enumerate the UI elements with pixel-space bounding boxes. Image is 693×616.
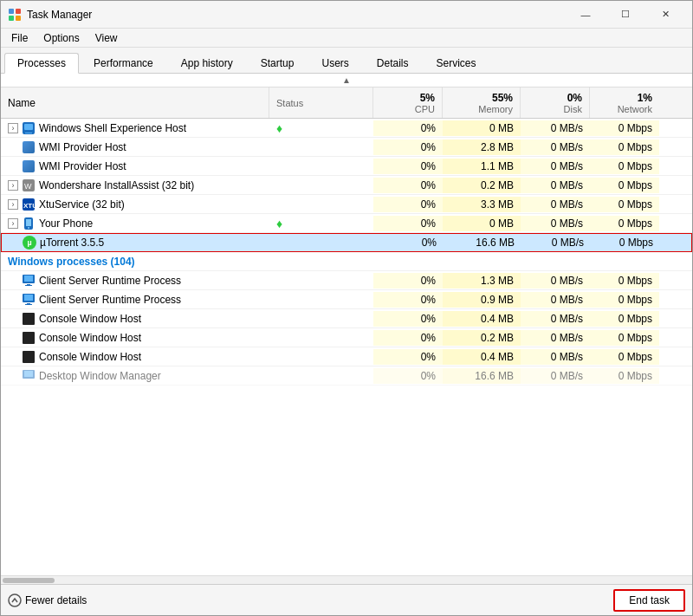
svg-rect-2 [9, 16, 14, 21]
cell-network: 0 Mbps [590, 368, 659, 384]
cell-memory: 0.2 MB [443, 330, 521, 346]
table-row[interactable]: › W Wondershare InstallAssist (32 bit) 0… [1, 176, 692, 195]
svg-text:W: W [24, 182, 32, 191]
col-header-name[interactable]: Name [1, 88, 269, 118]
close-button[interactable]: ✕ [645, 6, 685, 23]
cell-status [269, 279, 373, 282]
net-label: Network [597, 104, 652, 114]
cell-network: 0 Mbps [590, 120, 659, 136]
tab-processes[interactable]: Processes [4, 53, 79, 74]
expand-icon[interactable]: › [8, 123, 18, 133]
cell-status [269, 317, 373, 321]
cell-status: ♦ [269, 215, 373, 232]
cell-empty [521, 260, 590, 263]
xtu-icon: XTU [22, 198, 36, 211]
cell-status [269, 298, 373, 302]
chevron-up-icon [8, 593, 22, 607]
tab-performance[interactable]: Performance [81, 52, 166, 73]
cell-name: Desktop Window Manager [1, 367, 269, 385]
sort-arrow-icon: ▲ [342, 75, 351, 85]
menu-bar: File Options View [1, 29, 692, 48]
table-row[interactable]: › XTU XtuService (32 bit) 0% 3.3 MB 0 MB… [1, 195, 692, 214]
monitor-icon [22, 293, 36, 307]
table-row[interactable]: Client Server Runtime Process 0% 0.9 MB … [1, 290, 692, 309]
expand-icon[interactable]: › [8, 218, 18, 229]
minimize-button[interactable]: — [566, 6, 606, 23]
app-icon [8, 8, 22, 22]
footer: Fewer details End task [1, 584, 692, 615]
cell-disk: 0 MB/s [521, 216, 590, 231]
expand-icon[interactable]: › [8, 180, 18, 191]
col-header-cpu[interactable]: 5% CPU [373, 88, 443, 118]
table-row[interactable]: Client Server Runtime Process 0% 1.3 MB … [1, 271, 692, 290]
col-header-disk[interactable]: 0% Disk [521, 88, 590, 118]
cell-memory: 1.1 MB [443, 159, 521, 174]
tab-details[interactable]: Details [364, 52, 422, 73]
svg-text:XTU: XTU [23, 202, 35, 210]
cell-network: 0 Mbps [590, 330, 659, 346]
col-header-status[interactable]: Status [269, 88, 373, 118]
col-header-network[interactable]: 1% Network [590, 88, 659, 118]
maximize-button[interactable]: ☐ [606, 6, 645, 23]
svg-rect-20 [24, 295, 33, 301]
table-row[interactable]: Console Window Host 0% 0.4 MB 0 MB/s 0 M… [1, 347, 692, 366]
cell-status [269, 165, 373, 168]
svg-point-25 [9, 594, 21, 606]
horizontal-scrollbar[interactable] [1, 575, 692, 584]
svg-rect-22 [25, 304, 32, 305]
tab-startup[interactable]: Startup [248, 52, 308, 73]
cell-cpu: 0% [373, 178, 443, 193]
table-body: › Windows Shell Experience Host ♦ 0% 0 M… [1, 119, 692, 575]
table-row-selected[interactable]: µ µTorrent 3.5.5 0% 16.6 MB 0 MB/s 0 Mbp… [1, 233, 692, 252]
column-headers: Name Status 5% CPU 55% Memory 0% Disk 1%… [1, 88, 692, 119]
table-row[interactable]: Console Window Host 0% 0.2 MB 0 MB/s 0 M… [1, 328, 692, 347]
cell-disk: 0 MB/s [521, 178, 590, 193]
col-header-memory[interactable]: 55% Memory [443, 88, 521, 118]
menu-options[interactable]: Options [36, 30, 86, 46]
black-icon [22, 331, 36, 345]
tab-users[interactable]: Users [308, 52, 361, 73]
cell-memory: 3.3 MB [443, 197, 521, 212]
cell-name: › W Wondershare InstallAssist (32 bit) [1, 177, 269, 194]
menu-file[interactable]: File [4, 30, 35, 46]
table-row[interactable]: WMI Provider Host 0% 1.1 MB 0 MB/s 0 Mbp… [1, 157, 692, 176]
table-row[interactable]: Desktop Window Manager 0% 16.6 MB 0 MB/s… [1, 366, 692, 386]
svg-rect-17 [27, 284, 30, 285]
main-content: ▲ Name Status 5% CPU 55% Memory 0% Disk [1, 74, 692, 584]
utorrent-icon: µ [23, 236, 36, 250]
menu-view[interactable]: View [88, 30, 125, 46]
cell-name: µ µTorrent 3.5.5 [2, 234, 270, 251]
status-icon: ♦ [276, 121, 282, 135]
task-manager-window: Task Manager — ☐ ✕ File Options View Pro… [0, 0, 693, 616]
svg-rect-16 [24, 276, 33, 282]
tab-app-history[interactable]: App history [168, 52, 246, 73]
cell-disk: 0 MB/s [521, 235, 591, 250]
fewer-details-button[interactable]: Fewer details [8, 593, 87, 607]
table-row[interactable]: Console Window Host 0% 0.4 MB 0 MB/s 0 M… [1, 309, 692, 328]
process-name: Desktop Window Manager [39, 370, 161, 382]
cell-empty [269, 260, 373, 263]
table-row[interactable]: › Your Phone ♦ 0% 0 MB 0 MB/s 0 Mbps [1, 214, 692, 233]
expand-icon[interactable]: › [8, 199, 18, 210]
process-name: Client Server Runtime Process [39, 275, 181, 287]
mem-pct: 55% [450, 92, 513, 104]
process-name: Windows Shell Experience Host [39, 122, 186, 134]
cell-cpu: 0% [373, 311, 443, 327]
black-icon [22, 312, 36, 326]
scrollbar-thumb[interactable] [3, 578, 55, 583]
tab-services[interactable]: Services [424, 52, 489, 73]
end-task-button[interactable]: End task [613, 589, 685, 612]
cell-disk: 0 MB/s [521, 273, 590, 289]
table-row[interactable]: › Windows Shell Experience Host ♦ 0% 0 M… [1, 119, 692, 138]
cell-cpu: 0% [373, 330, 443, 346]
cell-status [269, 374, 373, 378]
cell-name: › Your Phone [1, 215, 269, 232]
name-label: Name [8, 97, 36, 109]
cell-name: WMI Provider Host [1, 158, 269, 175]
process-name: Client Server Runtime Process [39, 294, 181, 306]
cell-memory: 0 MB [443, 216, 521, 231]
cell-network: 0 Mbps [590, 197, 659, 212]
cell-cpu: 0% [373, 368, 443, 384]
table-row[interactable]: WMI Provider Host 0% 2.8 MB 0 MB/s 0 Mbp… [1, 138, 692, 157]
cell-name: Console Window Host [1, 310, 269, 327]
